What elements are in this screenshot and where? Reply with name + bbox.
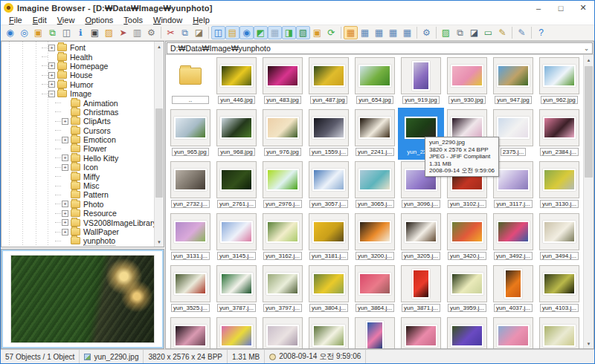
expand-icon[interactable]: + (48, 72, 55, 79)
thumbnail-item-yun-3959-j[interactable]: yun_3959.j... (444, 264, 490, 316)
tree-item-image[interactable]: −Image (1, 89, 164, 98)
expand-icon[interactable]: + (48, 62, 55, 69)
thumbnail-item-yun-965-jpg[interactable]: yun_965.jpg (167, 108, 213, 160)
thumb-size-3-button[interactable]: ▦ (372, 26, 386, 39)
thumbnail-item-yun-3065-j[interactable]: yun_3065.j... (352, 160, 398, 212)
grid-view-button[interactable]: ▦ (268, 26, 282, 39)
tools-wrench-button[interactable]: ⚙ (419, 26, 434, 39)
thumbnail-item-yun-962-jpg[interactable]: yun_962.jpg (536, 56, 582, 108)
tree-item-pattern[interactable]: +Pattern (1, 190, 164, 199)
open-folder-button[interactable]: ▣ (31, 26, 45, 39)
thumbnail-item-yun-4103-j[interactable]: yun_4103.j... (536, 264, 582, 316)
thumbnail-item-yun-2976-j[interactable]: yun_2976.j... (260, 160, 306, 212)
thumbnail-item-yun-446-jpg[interactable]: yun_446.jpg (213, 56, 260, 108)
screen-view-button[interactable]: ▭ (481, 26, 495, 39)
tree-item-icon[interactable]: +Icon (1, 163, 164, 172)
address-input[interactable]: D:₩Data₩Image₩yunphoto ⌄ (167, 42, 593, 54)
expand-icon[interactable]: + (62, 137, 68, 143)
tree-scrollbar[interactable]: ▲ ▼ (154, 42, 164, 247)
paste-button[interactable]: ◪ (192, 26, 206, 39)
copy-button[interactable]: ⧉ (178, 26, 192, 39)
copy-file-button[interactable]: ⧉ (45, 26, 60, 39)
folder-up-button[interactable]: ▣ (310, 26, 324, 39)
tree-item-flower[interactable]: +Flower (1, 144, 164, 153)
thumbnail-item-yun-976-jpg[interactable]: yun_976.jpg (260, 108, 306, 160)
tree-pane-button[interactable]: ◩ (254, 26, 268, 39)
tree-item-miffy[interactable]: +Miffy (1, 172, 164, 181)
delete-button[interactable]: ▥ (130, 26, 144, 39)
filmstrip-view-button[interactable]: ▤ (225, 26, 239, 39)
thumbnail-item-yun-3131-j[interactable]: yun_3131.j... (167, 212, 213, 264)
thumbnail-item[interactable] (306, 316, 352, 348)
tree-item-animation[interactable]: +Animation (1, 98, 164, 107)
close-button[interactable]: ✕ (572, 1, 594, 15)
expand-icon[interactable]: + (62, 229, 68, 235)
thumbnail-item-yun-483-jpg[interactable]: yun_483.jpg (260, 56, 306, 108)
menu-help[interactable]: Help (187, 15, 215, 25)
menu-edit[interactable]: Edit (28, 15, 52, 25)
tree-item-yunphoto[interactable]: +yunphoto (1, 236, 164, 245)
expand-icon[interactable]: + (48, 81, 55, 88)
thumbnail-item-yun-2732-j[interactable]: yun_2732.j... (167, 160, 213, 212)
thumbnail-item-yun-919-jpg[interactable]: yun_919.jpg (398, 56, 444, 108)
tack-button[interactable]: ➤ (116, 26, 130, 39)
thumbnail-item-yun-3057-j[interactable]: yun_3057.j... (306, 160, 352, 212)
tree-item-humor[interactable]: +Humor (1, 80, 164, 89)
tree-item-health[interactable]: +Health (1, 52, 164, 61)
browse-button[interactable]: ◎ (17, 26, 31, 39)
thumbnail-item-yun-2241-j[interactable]: yun_2241.j... (352, 108, 398, 160)
browser-pane-button[interactable]: ▧ (296, 26, 310, 39)
maximize-button[interactable]: □ (550, 1, 572, 15)
tree-item-misc[interactable]: +Misc (1, 181, 164, 190)
thumbnail-item-yun-947-jpg[interactable]: yun_947.jpg (490, 56, 536, 108)
thumbnail-item-yun-3804-j[interactable]: yun_3804.j... (306, 264, 352, 316)
thumbnail-item-yun-3494-j[interactable]: yun_3494.j... (536, 212, 582, 264)
tree-item-cliparts[interactable]: +ClipArts (1, 117, 164, 126)
help-button[interactable]: ? (534, 26, 548, 39)
thumbnail-item-yun-3492-j[interactable]: yun_3492.j... (490, 212, 536, 264)
thumbnail-item-yun-2384-j[interactable]: yun_2384.j... (536, 108, 582, 160)
slideshow-view-button[interactable]: ◉ (239, 26, 254, 39)
thumb-size-1-button[interactable]: ▦ (344, 26, 358, 39)
thumbnail-item[interactable] (490, 316, 536, 348)
menu-view[interactable]: View (52, 15, 80, 25)
window-view-button[interactable]: ◫ (211, 26, 225, 39)
thumb-size-4-button[interactable]: ▦ (386, 26, 400, 39)
thumbnail-item-yun-1559-j[interactable]: yun_1559.j... (306, 108, 352, 160)
thumb-size-2-button[interactable]: ▦ (358, 26, 372, 39)
tree-item-hello-kitty[interactable]: +Hello Kitty (1, 154, 164, 163)
parent-folder-item[interactable]: .. (167, 56, 213, 108)
thumbnail-item-yun-3181-j[interactable]: yun_3181.j... (306, 212, 352, 264)
thumbnail-item-yun-3200-j[interactable]: yun_3200.j... (352, 212, 398, 264)
preview-pane-button[interactable]: ◨ (282, 26, 296, 39)
thumbnail-item-yun-3130-j[interactable]: yun_3130.j... (536, 160, 582, 212)
minimize-button[interactable]: – (527, 1, 550, 15)
cut-button[interactable]: ✂ (164, 26, 178, 39)
scroll-up-icon[interactable]: ▲ (155, 42, 164, 51)
collapse-icon[interactable]: − (48, 91, 55, 97)
tree-item-emoticon[interactable]: +Emoticon (1, 135, 164, 144)
capture-button[interactable]: ▣ (88, 26, 102, 39)
save-image-button[interactable]: ◪ (467, 26, 481, 39)
thumbnail-item-yun-654-jpg[interactable]: yun_654.jpg (352, 56, 398, 108)
expand-icon[interactable]: + (62, 201, 68, 207)
tree-item-photo[interactable]: +Photo (1, 200, 164, 209)
chevron-down-icon[interactable]: ⌄ (581, 45, 592, 52)
thumbnail-item[interactable] (213, 316, 260, 348)
scroll-up-icon[interactable]: ▲ (584, 55, 594, 65)
thumbnail-item-yun-3145-j[interactable]: yun_3145.j... (213, 212, 260, 264)
thumbnail-item[interactable] (352, 316, 398, 348)
thumbnail-item[interactable] (398, 316, 444, 348)
tree-scroll-thumb[interactable] (155, 108, 163, 198)
preview-button[interactable]: ◉ (3, 26, 17, 39)
grid-scroll-thumb[interactable] (585, 66, 593, 178)
duplicate-finder-button[interactable]: ⧉ (453, 26, 467, 39)
thumbnail-item[interactable] (167, 316, 213, 348)
tree-item-resource[interactable]: +Resource (1, 209, 164, 218)
thumbnail-item-yun-3205-j[interactable]: yun_3205.j... (398, 212, 444, 264)
thumbnail-item-yun-3420-j[interactable]: yun_3420.j... (444, 212, 490, 264)
print-button[interactable]: ◫ (60, 26, 74, 39)
menu-window[interactable]: Window (148, 15, 187, 25)
grid-scrollbar[interactable]: ▲ ▼ (583, 55, 594, 348)
info-button[interactable]: ℹ (74, 26, 88, 39)
